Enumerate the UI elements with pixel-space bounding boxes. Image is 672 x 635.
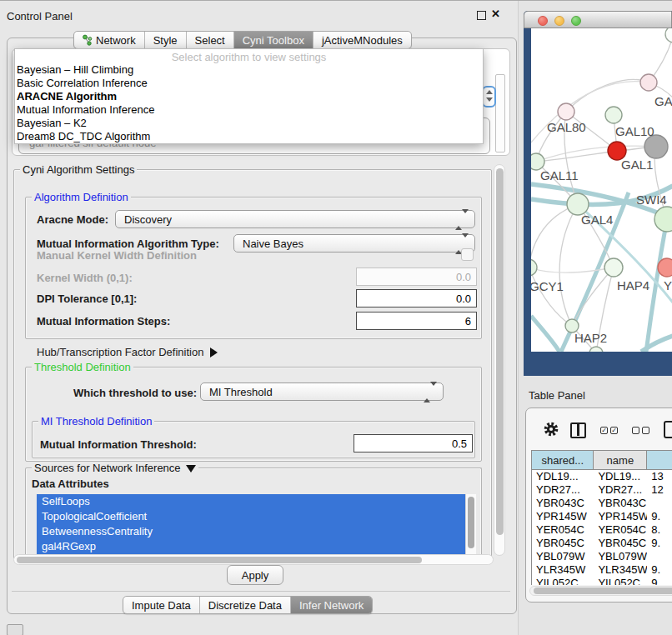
tab-discretize-data[interactable]: Discretize Data <box>200 597 291 613</box>
attribute-item[interactable]: BetweennessCentrality <box>37 524 465 539</box>
attribute-item[interactable]: TopologicalCoefficient <box>37 509 465 524</box>
tab-label: Impute Data <box>132 599 191 612</box>
select-all-icon[interactable]: ✓ <box>600 427 608 434</box>
tab-jactivemnodules[interactable]: jActiveMNodules <box>313 32 411 48</box>
gear-icon[interactable] <box>543 421 559 438</box>
column-header[interactable] <box>647 451 672 469</box>
network-window-titlebar[interactable] <box>524 11 672 28</box>
dropdown-item[interactable]: Mutual Information Inference <box>15 103 483 117</box>
column-header[interactable]: shared... <box>532 451 594 469</box>
table-row[interactable]: YBL079WYBL079W <box>532 550 672 563</box>
algorithm-dropdown: Select algorithm to view settings Bayesi… <box>14 48 484 144</box>
table-cell <box>647 497 672 510</box>
network-edge[interactable] <box>536 151 617 162</box>
table-cell: YIL052C <box>532 577 594 585</box>
deselect-all-icon[interactable] <box>642 427 649 434</box>
attributes-scrollbar[interactable] <box>465 494 476 554</box>
table-cell: 13 <box>647 470 672 483</box>
attribute-item[interactable]: SelfLoops <box>37 494 465 509</box>
tab-style[interactable]: Style <box>145 32 187 48</box>
network-edge[interactable] <box>531 316 559 352</box>
attribute-item[interactable]: gal4RGexp <box>37 539 465 554</box>
table-row[interactable]: YBR045CYBR045C9. <box>532 537 672 550</box>
dropdown-item[interactable]: Bayesian – Hill Climbing <box>15 63 483 77</box>
network-node-hap4[interactable] <box>604 258 623 277</box>
table-row[interactable]: YDL19...YDL19...13 <box>532 470 672 483</box>
dpi-tolerance-field[interactable]: 0.0 <box>356 289 477 308</box>
node-label: GAL <box>654 94 672 108</box>
table-row[interactable]: YBR043CYBR043C <box>532 497 672 510</box>
tab-select[interactable]: Select <box>187 32 234 48</box>
collapse-arrow-icon <box>186 465 196 472</box>
network-view-canvas[interactable]: GALGAL80GAL10GAL1GAL11SWI4GAL4GCY1HAP4YH… <box>531 28 672 352</box>
combo-arrows-icon <box>455 213 469 226</box>
cyni-settings-title: Cyni Algorithm Settings <box>20 163 137 176</box>
table-row[interactable]: YDR27...YDR27...12 <box>532 483 672 497</box>
dropdown-item[interactable]: Basic Correlation Inference <box>15 77 483 90</box>
dropdown-item[interactable]: Dream8 DC_TDC Algorithm <box>15 130 483 143</box>
close-icon[interactable]: ✕ <box>491 8 500 20</box>
threshold-definition-title: Threshold Definition <box>32 361 133 373</box>
close-traffic-icon[interactable] <box>538 16 548 26</box>
network-node-gal80[interactable] <box>558 103 574 120</box>
mi-type-combo[interactable]: Naive Bayes <box>233 234 475 252</box>
tab-network[interactable]: Network <box>74 32 145 48</box>
select-all-icon[interactable]: ✓ <box>610 427 618 434</box>
dropdown-item[interactable]: Bayesian – K2 <box>15 117 483 130</box>
table-row[interactable]: YPR145WYPR145W9. <box>532 510 672 523</box>
which-threshold-value: MI Threshold <box>209 386 273 398</box>
column-header[interactable]: name <box>594 451 647 469</box>
mi-threshold-field[interactable]: 0.5 <box>354 434 473 452</box>
float-window-icon[interactable] <box>477 11 486 20</box>
kernel-width-field[interactable]: 0.0 <box>356 268 477 286</box>
inference-groupbox-edge <box>495 74 505 152</box>
tab-impute-data[interactable]: Impute Data <box>123 597 200 613</box>
mi-steps-field[interactable]: 6 <box>356 312 477 330</box>
minimize-traffic-icon[interactable] <box>554 16 564 26</box>
hub-section-toggle[interactable]: Hub/Transcription Factor Definition <box>37 346 218 358</box>
table-row[interactable]: YER054CYER054C8. <box>532 523 672 537</box>
page-icon[interactable] <box>664 421 672 438</box>
table-cell: YPR145W <box>594 510 647 523</box>
table-row[interactable]: YLR345WYLR345W9. <box>532 563 672 577</box>
hub-section-label: Hub/Transcription Factor Definition <box>37 346 203 358</box>
network-node-gal[interactable] <box>640 74 657 91</box>
dropdown-item[interactable]: ARACNE Algorithm <box>15 90 483 103</box>
table-cell: 9. <box>647 510 672 523</box>
sources-toggle[interactable]: Sources for Network Inference <box>32 462 198 474</box>
algorithm-combo-spinner[interactable] <box>482 86 496 108</box>
cytoscape-app: Control Panel ✕ gal-filtered sif default… <box>0 0 672 635</box>
control-panel-tabs: NetworkStyleSelectCyni ToolboxjActiveMNo… <box>73 31 412 49</box>
network-node-gal10[interactable] <box>605 107 622 123</box>
network-edge[interactable] <box>531 268 614 272</box>
tab-cyni-toolbox[interactable]: Cyni Toolbox <box>234 32 313 48</box>
node-table[interactable]: shared...name YDL19...YDL19...13YDR27...… <box>531 450 672 585</box>
sources-title: Sources for Network Inference <box>34 462 181 474</box>
settings-vertical-scrollbar[interactable] <box>494 164 505 556</box>
which-threshold-combo[interactable]: MI Threshold <box>200 382 444 401</box>
collapsed-panel-button[interactable] <box>7 624 23 635</box>
network-node-gal11[interactable] <box>531 153 544 170</box>
aracne-mode-combo[interactable]: Discovery <box>115 210 475 228</box>
data-attributes-list[interactable]: SelfLoopsTopologicalCoefficientBetweenne… <box>37 494 465 554</box>
deselect-all-icon[interactable] <box>632 427 639 434</box>
kernel-width-label: Kernel Width (0,1): <box>37 272 133 284</box>
network-node[interactable] <box>644 135 668 158</box>
table-row[interactable]: YIL052CYIL052C9 <box>532 577 672 585</box>
network-edge[interactable] <box>531 204 578 268</box>
network-node-y[interactable] <box>658 258 672 277</box>
network-icon <box>83 34 93 46</box>
network-edge[interactable] <box>559 204 578 326</box>
table-horizontal-scrollbar[interactable] <box>529 586 672 596</box>
network-node[interactable] <box>665 28 672 42</box>
network-node-gcy1[interactable] <box>531 259 537 276</box>
split-view-icon[interactable] <box>570 422 586 438</box>
zoom-traffic-icon[interactable] <box>571 16 581 26</box>
tab-infer-network[interactable]: Infer Network <box>291 597 372 613</box>
apply-button[interactable]: Apply <box>227 565 283 585</box>
manual-kernel-checkbox[interactable] <box>461 248 474 261</box>
mi-threshold-title: MI Threshold Definition <box>38 415 154 428</box>
network-edge[interactable] <box>566 80 649 112</box>
settings-horizontal-scrollbar[interactable] <box>13 554 494 565</box>
network-edge[interactable] <box>531 268 572 326</box>
